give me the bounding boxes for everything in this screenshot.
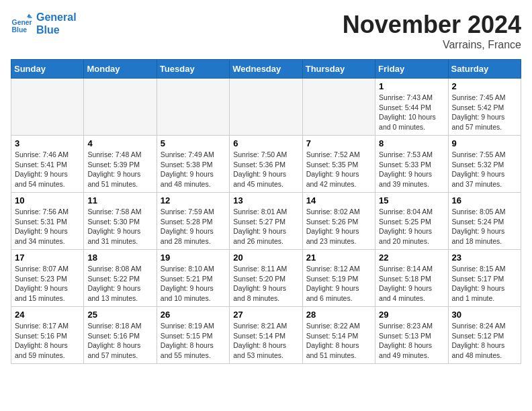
day-detail: Sunrise: 7:59 AM Sunset: 5:28 PM Dayligh… <box>161 207 226 246</box>
day-number: 20 <box>233 253 298 263</box>
day-number: 10 <box>15 195 80 205</box>
logo-line1: General <box>36 11 77 24</box>
day-detail: Sunrise: 7:46 AM Sunset: 5:41 PM Dayligh… <box>15 150 80 189</box>
calendar-cell: 23Sunrise: 8:15 AM Sunset: 5:17 PM Dayli… <box>448 250 521 307</box>
day-number: 19 <box>161 253 226 263</box>
calendar-cell: 3Sunrise: 7:46 AM Sunset: 5:41 PM Daylig… <box>11 136 84 193</box>
day-number: 16 <box>452 195 517 205</box>
day-number: 21 <box>306 253 371 263</box>
calendar-cell: 22Sunrise: 8:14 AM Sunset: 5:18 PM Dayli… <box>375 250 448 307</box>
day-detail: Sunrise: 7:48 AM Sunset: 5:39 PM Dayligh… <box>87 150 152 189</box>
calendar-cell <box>84 79 157 136</box>
day-header-friday: Friday <box>375 60 448 79</box>
calendar-cell <box>11 79 84 136</box>
calendar-cell: 13Sunrise: 8:01 AM Sunset: 5:27 PM Dayli… <box>230 193 302 250</box>
day-number: 25 <box>87 310 152 320</box>
day-number: 8 <box>379 138 444 148</box>
day-number: 29 <box>379 310 444 320</box>
day-number: 6 <box>233 138 298 148</box>
logo-icon: General Blue <box>11 13 32 34</box>
calendar-cell: 29Sunrise: 8:23 AM Sunset: 5:13 PM Dayli… <box>375 307 448 364</box>
svg-text:General: General <box>12 19 32 26</box>
day-detail: Sunrise: 7:55 AM Sunset: 5:32 PM Dayligh… <box>452 150 517 189</box>
calendar-cell: 7Sunrise: 7:52 AM Sunset: 5:35 PM Daylig… <box>302 136 375 193</box>
day-number: 15 <box>379 195 444 205</box>
calendar-cell: 26Sunrise: 8:19 AM Sunset: 5:15 PM Dayli… <box>157 307 229 364</box>
day-detail: Sunrise: 8:17 AM Sunset: 5:16 PM Dayligh… <box>15 321 80 361</box>
day-header-monday: Monday <box>84 60 157 79</box>
day-detail: Sunrise: 8:19 AM Sunset: 5:15 PM Dayligh… <box>161 321 226 361</box>
day-detail: Sunrise: 8:07 AM Sunset: 5:23 PM Dayligh… <box>15 264 80 304</box>
day-header-wednesday: Wednesday <box>230 60 302 79</box>
calendar-cell: 5Sunrise: 7:49 AM Sunset: 5:38 PM Daylig… <box>157 136 229 193</box>
calendar-cell: 11Sunrise: 7:58 AM Sunset: 5:30 PM Dayli… <box>84 193 157 250</box>
day-detail: Sunrise: 7:49 AM Sunset: 5:38 PM Dayligh… <box>161 150 226 189</box>
calendar-cell: 14Sunrise: 8:02 AM Sunset: 5:26 PM Dayli… <box>302 193 375 250</box>
day-number: 9 <box>452 138 517 148</box>
day-detail: Sunrise: 8:14 AM Sunset: 5:18 PM Dayligh… <box>379 264 444 304</box>
day-detail: Sunrise: 8:11 AM Sunset: 5:20 PM Dayligh… <box>233 264 298 304</box>
day-number: 12 <box>161 195 226 205</box>
calendar-header-row: SundayMondayTuesdayWednesdayThursdayFrid… <box>11 60 521 79</box>
day-number: 2 <box>452 81 517 91</box>
svg-text:Blue: Blue <box>12 26 28 34</box>
title-area: November 2024 Varrains, France <box>343 11 521 51</box>
day-number: 18 <box>87 253 152 263</box>
day-number: 17 <box>15 253 80 263</box>
calendar-cell: 9Sunrise: 7:55 AM Sunset: 5:32 PM Daylig… <box>448 136 521 193</box>
day-detail: Sunrise: 8:02 AM Sunset: 5:26 PM Dayligh… <box>306 207 371 246</box>
calendar-cell: 21Sunrise: 8:12 AM Sunset: 5:19 PM Dayli… <box>302 250 375 307</box>
month-title: November 2024 <box>343 11 521 39</box>
day-number: 3 <box>15 138 80 148</box>
day-detail: Sunrise: 7:45 AM Sunset: 5:42 PM Dayligh… <box>452 93 517 132</box>
day-number: 27 <box>233 310 298 320</box>
calendar-cell: 8Sunrise: 7:53 AM Sunset: 5:33 PM Daylig… <box>375 136 448 193</box>
day-detail: Sunrise: 7:43 AM Sunset: 5:44 PM Dayligh… <box>379 93 444 132</box>
day-header-thursday: Thursday <box>302 60 375 79</box>
calendar-cell: 17Sunrise: 8:07 AM Sunset: 5:23 PM Dayli… <box>11 250 84 307</box>
calendar-cell: 19Sunrise: 8:10 AM Sunset: 5:21 PM Dayli… <box>157 250 229 307</box>
day-header-sunday: Sunday <box>11 60 84 79</box>
day-detail: Sunrise: 8:10 AM Sunset: 5:21 PM Dayligh… <box>161 264 226 304</box>
day-detail: Sunrise: 8:24 AM Sunset: 5:12 PM Dayligh… <box>452 321 517 361</box>
calendar-cell: 30Sunrise: 8:24 AM Sunset: 5:12 PM Dayli… <box>448 307 521 364</box>
day-detail: Sunrise: 8:12 AM Sunset: 5:19 PM Dayligh… <box>306 264 371 304</box>
day-detail: Sunrise: 7:53 AM Sunset: 5:33 PM Dayligh… <box>379 150 444 189</box>
day-header-tuesday: Tuesday <box>157 60 229 79</box>
day-detail: Sunrise: 8:22 AM Sunset: 5:14 PM Dayligh… <box>306 321 371 361</box>
calendar-cell: 20Sunrise: 8:11 AM Sunset: 5:20 PM Dayli… <box>230 250 302 307</box>
calendar-cell: 18Sunrise: 8:08 AM Sunset: 5:22 PM Dayli… <box>84 250 157 307</box>
calendar-table: SundayMondayTuesdayWednesdayThursdayFrid… <box>11 59 521 364</box>
day-detail: Sunrise: 8:18 AM Sunset: 5:16 PM Dayligh… <box>87 321 152 361</box>
calendar-cell: 28Sunrise: 8:22 AM Sunset: 5:14 PM Dayli… <box>302 307 375 364</box>
calendar-cell: 16Sunrise: 8:05 AM Sunset: 5:24 PM Dayli… <box>448 193 521 250</box>
calendar-cell: 2Sunrise: 7:45 AM Sunset: 5:42 PM Daylig… <box>448 79 521 136</box>
week-row-4: 17Sunrise: 8:07 AM Sunset: 5:23 PM Dayli… <box>11 250 521 307</box>
day-number: 7 <box>306 138 371 148</box>
calendar-cell: 15Sunrise: 8:04 AM Sunset: 5:25 PM Dayli… <box>375 193 448 250</box>
logo-line2: Blue <box>36 24 77 36</box>
day-number: 28 <box>306 310 371 320</box>
day-detail: Sunrise: 8:21 AM Sunset: 5:14 PM Dayligh… <box>233 321 298 361</box>
week-row-5: 24Sunrise: 8:17 AM Sunset: 5:16 PM Dayli… <box>11 307 521 364</box>
calendar-cell: 4Sunrise: 7:48 AM Sunset: 5:39 PM Daylig… <box>84 136 157 193</box>
day-detail: Sunrise: 7:58 AM Sunset: 5:30 PM Dayligh… <box>87 207 152 246</box>
calendar-cell: 24Sunrise: 8:17 AM Sunset: 5:16 PM Dayli… <box>11 307 84 364</box>
day-detail: Sunrise: 7:50 AM Sunset: 5:36 PM Dayligh… <box>233 150 298 189</box>
day-number: 23 <box>452 253 517 263</box>
calendar-cell <box>230 79 302 136</box>
header: General Blue General Blue November 2024 … <box>11 11 521 51</box>
day-header-saturday: Saturday <box>448 60 521 79</box>
day-number: 30 <box>452 310 517 320</box>
calendar-cell: 10Sunrise: 7:56 AM Sunset: 5:31 PM Dayli… <box>11 193 84 250</box>
day-number: 24 <box>15 310 80 320</box>
logo: General Blue General Blue <box>11 11 77 36</box>
calendar-cell: 27Sunrise: 8:21 AM Sunset: 5:14 PM Dayli… <box>230 307 302 364</box>
calendar-cell <box>157 79 229 136</box>
week-row-1: 1Sunrise: 7:43 AM Sunset: 5:44 PM Daylig… <box>11 79 521 136</box>
day-detail: Sunrise: 8:15 AM Sunset: 5:17 PM Dayligh… <box>452 264 517 304</box>
day-number: 1 <box>379 81 444 91</box>
day-detail: Sunrise: 7:52 AM Sunset: 5:35 PM Dayligh… <box>306 150 371 189</box>
week-row-2: 3Sunrise: 7:46 AM Sunset: 5:41 PM Daylig… <box>11 136 521 193</box>
location: Varrains, France <box>343 39 521 51</box>
